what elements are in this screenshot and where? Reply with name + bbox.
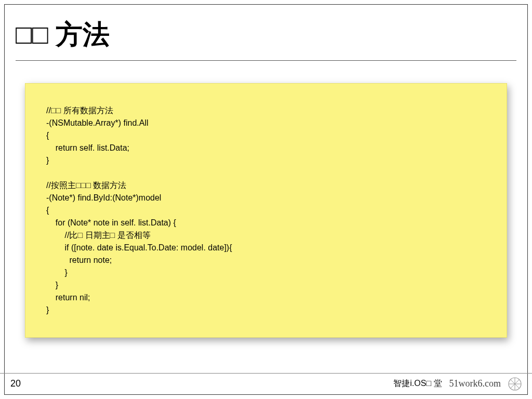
page-title: □□ 方法 [16,17,516,61]
brand-text: 智捷i.OS□ 堂 [393,378,442,389]
footer-right: 智捷i.OS□ 堂 51work6.com [393,377,522,391]
code-block: //□□ 所有数据方法 -(NSMutable.Array*) find.All… [25,83,507,338]
footer: 20 智捷i.OS□ 堂 51work6.com [0,373,532,394]
logo-icon [508,377,522,391]
site-text: 51work6.com [449,378,501,389]
page-number: 20 [10,378,21,389]
